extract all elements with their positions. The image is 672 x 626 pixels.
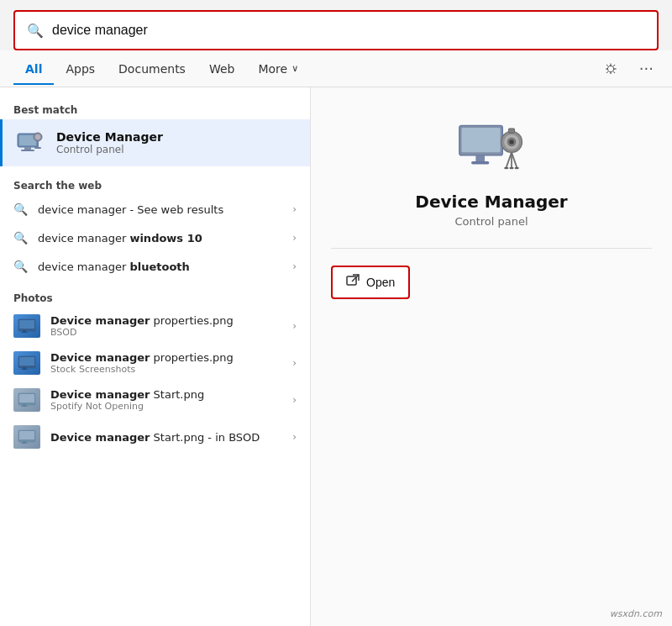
svg-rect-6 <box>37 140 39 147</box>
photo-item-1[interactable]: Device manager properties.png Stock Scre… <box>0 345 310 381</box>
best-match-item[interactable]: Device Manager Control panel <box>0 119 310 166</box>
device-icon-svg <box>16 130 46 155</box>
svg-rect-2 <box>24 147 31 150</box>
photo-subtitle-2: Spotify Not Opening <box>50 401 292 412</box>
web-search-item-2[interactable]: 🔍 device manager bluetooth › <box>0 252 310 281</box>
tab-apps[interactable]: Apps <box>54 54 107 84</box>
photo-thumb-1 <box>13 351 40 375</box>
photo-item-text-0: Device manager properties.png BSOD <box>50 314 292 338</box>
best-match-text: Device Manager Control panel <box>56 130 163 155</box>
best-match-subtitle: Control panel <box>56 144 163 155</box>
svg-rect-15 <box>21 369 28 370</box>
svg-point-37 <box>509 167 513 170</box>
web-search-item-0[interactable]: 🔍 device manager - See web results › <box>0 195 310 224</box>
photo-subtitle-1: Stock Screenshots <box>50 364 292 375</box>
photo-title-2: Device manager Start.png <box>50 388 292 401</box>
tab-documents[interactable]: Documents <box>107 54 197 84</box>
right-app-name: Device Manager <box>415 192 567 212</box>
photo-icon-3 <box>18 429 36 445</box>
chevron-right-photo-0: › <box>292 320 297 332</box>
chevron-right-photo-2: › <box>292 394 297 406</box>
tabs-bar: All Apps Documents Web More ∨ ⛭ ··· <box>0 50 672 87</box>
device-manager-large-icon <box>458 121 525 192</box>
photo-item-3[interactable]: Device manager Start.png - in BSOD › <box>0 418 310 455</box>
web-item-bold-2: bluetooth <box>129 260 189 273</box>
open-button-label: Open <box>366 276 395 289</box>
photo-item-0[interactable]: Device manager properties.png BSOD › <box>0 308 310 345</box>
svg-rect-9 <box>19 320 34 329</box>
svg-rect-7 <box>34 147 41 149</box>
tabs-actions: ⛭ ··· <box>599 56 659 81</box>
search-icon-0: 🔍 <box>13 203 28 216</box>
svg-rect-32 <box>508 129 514 133</box>
photo-item-2[interactable]: Device manager Start.png Spotify Not Ope… <box>0 381 310 418</box>
best-match-title: Device Manager <box>56 130 163 144</box>
svg-line-40 <box>352 275 359 281</box>
search-icon: 🔍 <box>27 23 44 39</box>
photo-title-3: Device manager Start.png - in BSOD <box>50 431 292 444</box>
best-match-label: Best match <box>0 97 310 119</box>
web-item-text-1: device manager windows 10 <box>38 232 292 245</box>
chevron-right-photo-1: › <box>292 357 297 369</box>
search-icon-2: 🔍 <box>13 260 28 273</box>
right-panel: Device Manager Control panel Open <box>311 87 672 626</box>
svg-rect-26 <box>475 155 485 161</box>
photo-item-text-2: Device manager Start.png Spotify Not Ope… <box>50 388 292 412</box>
web-item-text-0: device manager - See web results <box>38 203 292 216</box>
watermark: wsxdn.com <box>610 608 662 619</box>
web-search-label: Search the web <box>0 173 310 195</box>
more-options-icon[interactable]: ··· <box>634 56 659 81</box>
chevron-right-icon-0: › <box>292 203 297 215</box>
photo-icon-2 <box>18 392 36 408</box>
web-item-text-2: device manager bluetooth <box>38 260 292 273</box>
svg-rect-27 <box>471 161 489 165</box>
tab-all[interactable]: All <box>13 54 54 84</box>
svg-rect-21 <box>19 431 34 439</box>
chevron-right-icon-2: › <box>292 260 297 272</box>
web-item-bold-1: windows 10 <box>129 232 202 245</box>
svg-point-31 <box>509 139 513 144</box>
photo-subtitle-0: BSOD <box>50 327 292 338</box>
svg-rect-13 <box>19 357 34 366</box>
chevron-right-icon-1: › <box>292 232 297 244</box>
svg-point-36 <box>504 167 508 170</box>
svg-line-35 <box>512 152 517 167</box>
chevron-down-icon: ∨ <box>291 63 298 74</box>
open-icon <box>346 274 360 291</box>
device-manager-icon-small <box>16 128 46 158</box>
tab-more[interactable]: More ∨ <box>246 54 310 84</box>
photo-thumb-0 <box>13 314 40 338</box>
photo-thumb-3 <box>13 425 40 449</box>
svg-rect-23 <box>21 443 28 444</box>
photo-title-0: Device manager properties.png <box>50 314 292 327</box>
left-panel: Best match Device Manager Control panel <box>0 87 311 626</box>
svg-rect-3 <box>21 150 34 151</box>
tab-web[interactable]: Web <box>197 54 247 84</box>
search-bar: 🔍 device manager <box>13 10 659 50</box>
search-input[interactable]: device manager <box>52 23 645 38</box>
svg-rect-39 <box>347 276 356 285</box>
web-item-suffix-0: - See web results <box>126 203 223 216</box>
photo-thumb-2 <box>13 388 40 412</box>
open-button[interactable]: Open <box>331 266 410 299</box>
svg-rect-17 <box>19 394 34 402</box>
open-svg-icon <box>346 274 360 287</box>
svg-rect-11 <box>21 332 28 333</box>
svg-point-38 <box>515 167 519 170</box>
right-divider <box>331 248 652 249</box>
photo-title-1: Device manager properties.png <box>50 351 292 364</box>
device-icon-large-svg <box>458 121 525 175</box>
svg-line-33 <box>507 152 512 167</box>
svg-rect-14 <box>23 367 26 369</box>
photos-section: Photos Device manager properties.png BSO… <box>0 286 310 455</box>
web-search-section: Search the web 🔍 device manager - See we… <box>0 173 310 281</box>
photo-item-text-1: Device manager properties.png Stock Scre… <box>50 351 292 375</box>
photo-item-text-3: Device manager Start.png - in BSOD <box>50 431 292 444</box>
photo-icon-1 <box>18 355 36 371</box>
right-app-type: Control panel <box>454 215 528 228</box>
svg-point-5 <box>35 134 40 139</box>
people-icon[interactable]: ⛭ <box>599 56 624 81</box>
web-search-item-1[interactable]: 🔍 device manager windows 10 › <box>0 224 310 252</box>
photo-icon-0 <box>18 318 36 334</box>
svg-rect-25 <box>461 128 500 152</box>
